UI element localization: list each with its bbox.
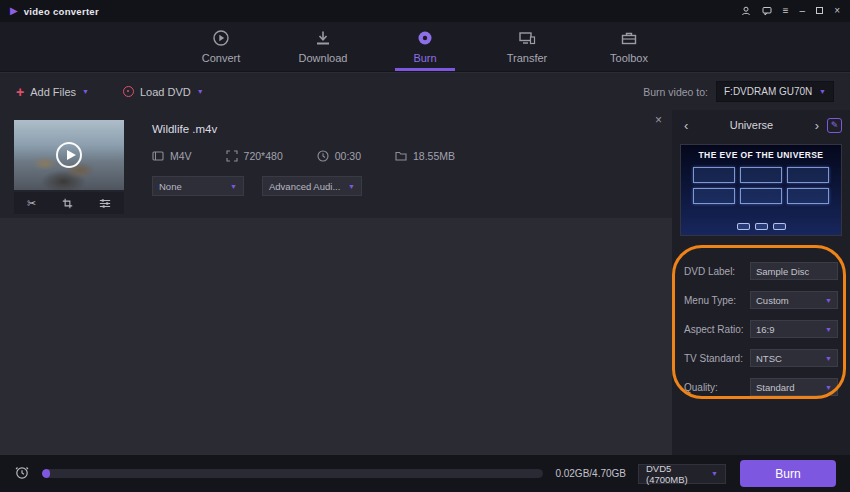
remove-file-icon[interactable]: × (655, 114, 662, 126)
quality-value: Standard (756, 382, 795, 393)
tab-toolbox-label: Toolbox (610, 52, 648, 64)
load-dvd-button[interactable]: Load DVD ▼ (123, 86, 204, 98)
dvd-settings-fields: DVD Label: Menu Type: Custom ▼ Aspect Ra… (672, 262, 850, 396)
preview-cell (740, 167, 782, 183)
resolution-meta: 720*480 (226, 150, 283, 162)
quality-label: Quality: (684, 382, 718, 393)
load-dvd-label: Load DVD (140, 86, 191, 98)
transfer-icon (518, 29, 536, 47)
maximize-icon[interactable] (816, 6, 823, 16)
app-logo-icon: ▶ (10, 6, 18, 16)
feedback-icon[interactable] (762, 6, 772, 16)
duration-meta: 00:30 (317, 150, 361, 162)
burn-timer-icon[interactable] (14, 464, 30, 484)
burn-to-value: F:DVDRAM GU70N (724, 86, 812, 97)
aspect-ratio-value: 16:9 (756, 324, 775, 335)
menu-type-label: Menu Type: (684, 295, 736, 306)
add-files-button[interactable]: + Add Files ▼ (16, 85, 89, 99)
quality-dropdown[interactable]: Standard ▼ (750, 378, 838, 396)
file-meta: M4V 720*480 00:30 18.55MB (152, 150, 658, 162)
main-nav: Convert Download Burn Transfer (0, 22, 850, 72)
video-thumbnail[interactable] (14, 120, 124, 190)
add-files-label: Add Files (30, 86, 76, 98)
aspect-ratio-field: Aspect Ratio: 16:9 ▼ (684, 320, 838, 338)
convert-icon (212, 29, 230, 47)
subtitle-dropdown[interactable]: None ▼ (152, 176, 244, 196)
aspect-ratio-dropdown[interactable]: 16:9 ▼ (750, 320, 838, 338)
preview-cell (740, 188, 782, 204)
tv-standard-label: TV Standard: (684, 353, 743, 364)
trim-icon[interactable]: ✂ (27, 198, 36, 209)
user-icon[interactable] (741, 6, 751, 16)
disc-size-dropdown[interactable]: DVD5 (4700MB) ▼ (638, 464, 726, 484)
template-name: Universe (692, 119, 810, 131)
menu-type-chevron-down-icon: ▼ (825, 297, 832, 304)
nav-tabs: Convert Download Burn Transfer (191, 22, 659, 71)
burn-to-dropdown[interactable]: F:DVDRAM GU70N ▼ (716, 81, 834, 102)
audio-chevron-down-icon: ▼ (348, 183, 355, 190)
file-row: ✂ Wildlife .m4v M4V (0, 110, 672, 218)
burn-button[interactable]: Burn (740, 460, 836, 487)
format-icon (152, 150, 164, 162)
file-list-area: ✂ Wildlife .m4v M4V (0, 110, 672, 455)
dvd-settings-sidebar: ‹ Universe › ✎ THE EVE OF THE UNIVERSE (672, 110, 850, 455)
close-icon[interactable]: × (834, 6, 840, 16)
next-template-icon[interactable]: › (811, 118, 823, 133)
clip-toolbar: ✂ (14, 192, 124, 214)
crop-icon[interactable] (62, 198, 73, 209)
edit-template-icon[interactable]: ✎ (827, 118, 842, 133)
tab-burn[interactable]: Burn (395, 29, 455, 71)
tab-transfer[interactable]: Transfer (497, 29, 557, 71)
play-icon[interactable] (56, 142, 82, 168)
tv-standard-dropdown[interactable]: NTSC ▼ (750, 349, 838, 367)
bottombar: 0.02GB/4.70GB DVD5 (4700MB) ▼ Burn (0, 455, 850, 492)
disc-size-chevron-down-icon: ▼ (711, 470, 718, 477)
app-window: ▶ video converter ≡ – × Convert (0, 0, 850, 492)
thumbnail-column: ✂ (14, 120, 124, 210)
dvd-label-input[interactable] (750, 262, 838, 280)
minimize-icon[interactable]: – (800, 6, 806, 16)
quality-chevron-down-icon: ▼ (825, 384, 832, 391)
template-selector: ‹ Universe › ✎ (672, 110, 850, 140)
audio-dropdown[interactable]: Advanced Audi... ▼ (262, 176, 362, 196)
duration-value: 00:30 (335, 150, 361, 162)
duration-icon (317, 150, 329, 162)
download-icon (314, 29, 332, 47)
quality-field: Quality: Standard ▼ (684, 378, 838, 396)
format-value: M4V (170, 150, 192, 162)
dvd-label-field: DVD Label: (684, 262, 838, 280)
subtitle-value: None (159, 181, 182, 192)
plus-icon: + (16, 85, 24, 99)
dvd-menu-preview[interactable]: THE EVE OF THE UNIVERSE (680, 144, 842, 236)
file-dropdowns: None ▼ Advanced Audi... ▼ (152, 176, 658, 196)
preview-menu-buttons (681, 223, 841, 230)
toolbox-icon (620, 29, 638, 47)
tab-transfer-label: Transfer (507, 52, 548, 64)
menu-icon[interactable]: ≡ (783, 6, 789, 16)
preview-thumbnails (681, 160, 841, 204)
capacity-text: 0.02GB/4.70GB (555, 468, 626, 479)
effects-icon[interactable] (99, 198, 111, 209)
preview-menu-button (737, 223, 750, 230)
preview-cell (787, 167, 829, 183)
tab-convert[interactable]: Convert (191, 29, 251, 71)
preview-cell (693, 167, 735, 183)
preview-menu-button (773, 223, 786, 230)
capacity-progress-fill (42, 469, 50, 478)
capacity-progress-bar[interactable] (42, 469, 543, 478)
menu-type-value: Custom (756, 295, 789, 306)
filesize-value: 18.55MB (413, 150, 455, 162)
tab-download[interactable]: Download (293, 29, 353, 71)
burn-target-group: Burn video to: F:DVDRAM GU70N ▼ (643, 81, 834, 102)
load-dvd-chevron-down-icon[interactable]: ▼ (197, 88, 204, 95)
add-files-chevron-down-icon[interactable]: ▼ (82, 88, 89, 95)
titlebar: ▶ video converter ≡ – × (0, 0, 850, 22)
preview-menu-button (755, 223, 768, 230)
tab-toolbox[interactable]: Toolbox (599, 29, 659, 71)
aspect-ratio-label: Aspect Ratio: (684, 324, 743, 335)
prev-template-icon[interactable]: ‹ (680, 118, 692, 133)
toolbar: + Add Files ▼ Load DVD ▼ Burn video to: … (0, 72, 850, 110)
tv-standard-chevron-down-icon: ▼ (825, 355, 832, 362)
preview-cell (787, 188, 829, 204)
menu-type-dropdown[interactable]: Custom ▼ (750, 291, 838, 309)
